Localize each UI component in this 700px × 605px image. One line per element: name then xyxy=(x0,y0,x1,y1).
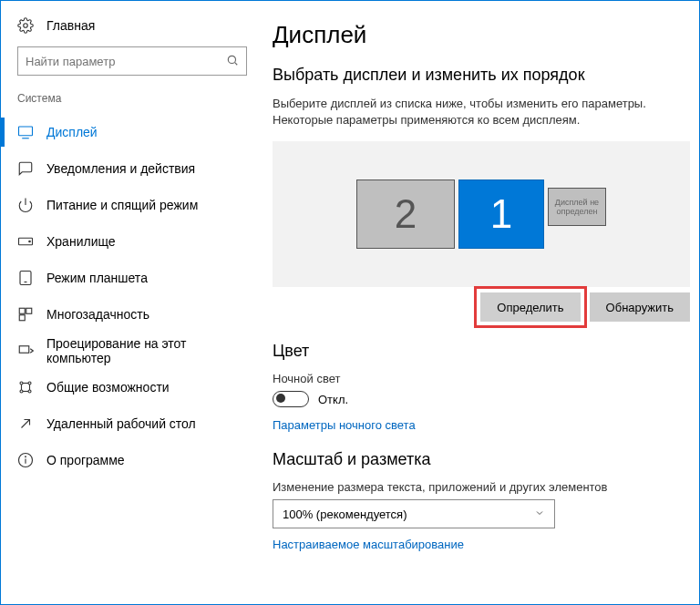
home-button[interactable]: Главная xyxy=(1,17,263,46)
svg-line-2 xyxy=(235,62,238,65)
remote-icon xyxy=(17,415,34,432)
sidebar-item-label: Общие возможности xyxy=(46,380,170,395)
svg-rect-11 xyxy=(26,308,32,313)
monitor-1[interactable]: 1 xyxy=(458,179,544,249)
svg-rect-3 xyxy=(19,127,33,136)
search-input[interactable] xyxy=(17,46,247,76)
project-icon xyxy=(17,343,34,359)
main-content: Дисплей Выбрать дисплеи и изменить их по… xyxy=(263,1,699,604)
sidebar-item-about[interactable]: О программе xyxy=(1,442,263,478)
info-icon xyxy=(17,452,34,468)
sidebar-item-label: Хранилище xyxy=(46,234,116,249)
identify-button[interactable]: Определить xyxy=(480,292,580,322)
svg-point-14 xyxy=(20,382,23,385)
sidebar-item-multitask[interactable]: Многозадачность xyxy=(1,296,263,333)
detect-button[interactable]: Обнаружить xyxy=(590,292,690,322)
shared-icon xyxy=(17,379,34,395)
svg-point-15 xyxy=(28,382,31,385)
sidebar-item-projecting[interactable]: Проецирование на этот компьютер xyxy=(1,333,263,369)
sidebar-item-label: Проецирование на этот компьютер xyxy=(46,336,247,365)
night-light-toggle[interactable] xyxy=(273,391,309,407)
storage-icon xyxy=(17,233,34,250)
display-arrange-area[interactable]: 2 1 Дисплей не определен xyxy=(273,141,690,287)
home-label: Главная xyxy=(46,18,95,33)
search-icon xyxy=(226,54,239,69)
svg-point-16 xyxy=(20,390,23,393)
sidebar-item-label: Режим планшета xyxy=(46,271,148,285)
page-title: Дисплей xyxy=(273,21,690,49)
night-light-label: Ночной свет xyxy=(273,372,690,385)
sidebar-item-storage[interactable]: Хранилище xyxy=(1,223,263,260)
search-field[interactable] xyxy=(26,55,226,68)
sidebar-item-label: Питание и спящий режим xyxy=(46,198,198,212)
svg-point-17 xyxy=(28,390,31,393)
svg-point-25 xyxy=(26,456,26,457)
sidebar-item-label: Многозадачность xyxy=(46,307,149,322)
sidebar-item-shared[interactable]: Общие возможности xyxy=(1,369,263,405)
svg-rect-12 xyxy=(19,315,25,321)
sidebar-item-label: Уведомления и действия xyxy=(46,161,195,176)
sidebar-item-label: Дисплей xyxy=(46,125,98,139)
color-heading: Цвет xyxy=(273,342,690,361)
toggle-state: Откл. xyxy=(318,393,348,406)
svg-rect-8 xyxy=(20,272,31,285)
svg-rect-13 xyxy=(19,346,29,354)
night-light-settings-link[interactable]: Параметры ночного света xyxy=(273,418,416,432)
svg-point-7 xyxy=(29,241,31,242)
sidebar-item-power[interactable]: Питание и спящий режим xyxy=(1,187,263,223)
sidebar-item-display[interactable]: Дисплей xyxy=(1,114,263,150)
sidebar-item-tablet[interactable]: Режим планшета xyxy=(1,260,263,296)
svg-line-22 xyxy=(22,420,30,428)
scale-heading: Масштаб и разметка xyxy=(273,450,690,469)
svg-point-1 xyxy=(228,56,235,63)
section-label: Система xyxy=(1,92,263,114)
scale-select[interactable]: 100% (рекомендуется) xyxy=(273,499,555,528)
sidebar-item-label: Удаленный рабочий стол xyxy=(46,416,196,431)
sidebar: Главная Система Дисплей Уведомления и де… xyxy=(1,1,263,604)
arrange-description: Выберите дисплей из списка ниже, чтобы и… xyxy=(273,96,674,128)
message-icon xyxy=(17,160,34,177)
sidebar-item-remote[interactable]: Удаленный рабочий стол xyxy=(1,405,263,442)
scale-value: 100% (рекомендуется) xyxy=(283,508,407,521)
monitor-icon xyxy=(17,124,34,140)
svg-point-0 xyxy=(24,24,28,28)
scale-label: Изменение размера текста, приложений и д… xyxy=(273,480,690,494)
multitask-icon xyxy=(17,306,34,323)
svg-rect-10 xyxy=(19,308,25,313)
sidebar-item-label: О программе xyxy=(46,453,125,467)
sidebar-item-notifications[interactable]: Уведомления и действия xyxy=(1,150,263,187)
chevron-down-icon xyxy=(534,508,545,521)
monitor-2[interactable]: 2 xyxy=(356,179,455,249)
custom-scale-link[interactable]: Настраиваемое масштабирование xyxy=(273,538,464,551)
tablet-icon xyxy=(17,270,34,286)
monitor-unknown[interactable]: Дисплей не определен xyxy=(548,188,606,226)
power-icon xyxy=(17,197,34,213)
arrange-heading: Выбрать дисплеи и изменить их порядок xyxy=(273,66,690,85)
gear-icon xyxy=(17,17,34,34)
